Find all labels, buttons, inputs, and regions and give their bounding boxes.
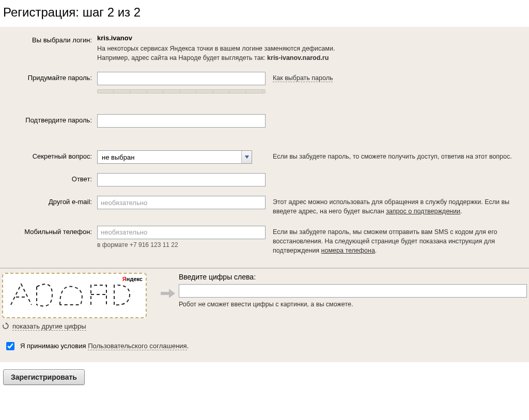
- agreement-text-suffix: .: [187, 342, 189, 350]
- captcha-instruction: Введите цифры слева:: [179, 273, 527, 281]
- secret-question-row: Секретный вопрос: не выбран Если вы забу…: [5, 150, 524, 164]
- captcha-brand-rest: ндекс: [127, 276, 143, 282]
- captcha-input[interactable]: [179, 284, 527, 298]
- login-row: Вы выбрали логин: kris.ivanov На некотор…: [5, 34, 524, 63]
- mobile-format-hint: в формате +7 916 123 11 22: [97, 241, 266, 248]
- registration-form: Вы выбрали логин: kris.ivanov На некотор…: [0, 27, 529, 269]
- register-button[interactable]: Зарегистрировать: [3, 369, 85, 385]
- mobile-help-link[interactable]: номера телефона: [321, 247, 375, 254]
- login-note: На некоторых сервисах Яндекса точки в ва…: [97, 44, 524, 63]
- password-confirm-label: Подтвердите пароль:: [5, 114, 97, 124]
- other-email-row: Другой e-mail: Этот адрес можно использо…: [5, 196, 524, 216]
- other-email-label: Другой e-mail:: [5, 196, 97, 206]
- answer-label: Ответ:: [5, 173, 97, 183]
- password-help-link[interactable]: Как выбрать пароль: [273, 74, 333, 82]
- login-note-line1: На некоторых сервисах Яндекса точки в ва…: [97, 45, 335, 52]
- agreement-text: Я принимаю условия Пользовательского сог…: [20, 342, 189, 350]
- password-row: Придумайте пароль: Как выбрать пароль: [5, 72, 524, 94]
- mobile-row: Мобильный телефон: в формате +7 916 123 …: [5, 226, 524, 255]
- other-email-help-suffix: .: [460, 208, 462, 215]
- captcha-brand-y: Я: [122, 276, 127, 282]
- password-input[interactable]: [97, 72, 266, 85]
- mobile-input[interactable]: [97, 226, 266, 239]
- chevron-down-icon: [241, 151, 252, 163]
- captcha-area: Яндекс показать другие цифры Введите циф…: [0, 269, 529, 331]
- login-label: Вы выбрали логин:: [5, 34, 97, 44]
- footer: Зарегистрировать: [0, 362, 529, 400]
- agreement-row: Я принимаю условия Пользовательского сог…: [0, 331, 529, 362]
- answer-row: Ответ:: [5, 173, 524, 186]
- agreement-link[interactable]: Пользовательского соглашения: [88, 342, 187, 350]
- login-note-example: kris-ivanov.narod.ru: [267, 54, 329, 61]
- secret-question-selected: не выбран: [102, 153, 134, 161]
- mobile-help: Если вы забудете пароль, мы сможем отпра…: [266, 226, 524, 255]
- login-note-line2-prefix: Например, адрес сайта на Народе будет вы…: [97, 54, 267, 61]
- mobile-help-text: Если вы забудете пароль, мы сможем отпра…: [273, 228, 497, 254]
- password-label: Придумайте пароль:: [5, 72, 97, 82]
- login-value: kris.ivanov: [97, 34, 132, 42]
- captcha-image: Яндекс: [2, 273, 147, 318]
- mobile-help-suffix: .: [375, 247, 377, 254]
- refresh-icon[interactable]: [2, 322, 9, 331]
- other-email-input[interactable]: [97, 196, 266, 209]
- agreement-checkbox[interactable]: [6, 342, 14, 350]
- answer-input[interactable]: [97, 173, 266, 186]
- secret-question-label: Секретный вопрос:: [5, 150, 97, 160]
- captcha-brand: Яндекс: [122, 276, 143, 282]
- secret-question-select[interactable]: не выбран: [97, 150, 252, 164]
- secret-question-help: Если вы забудете пароль, то сможете полу…: [266, 150, 524, 161]
- password-confirm-input[interactable]: [97, 114, 266, 128]
- other-email-help-link[interactable]: запрос о подтверждении: [386, 208, 460, 215]
- password-strength-meter: [97, 89, 266, 94]
- agreement-text-prefix: Я принимаю условия: [20, 342, 88, 350]
- mobile-label: Мобильный телефон:: [5, 226, 97, 236]
- captcha-hint: Робот не сможет ввести цифры с картинки,…: [179, 301, 527, 308]
- password-confirm-row: Подтвердите пароль:: [5, 114, 524, 128]
- arrow-right-icon: [157, 273, 179, 300]
- captcha-refresh-link[interactable]: показать другие цифры: [12, 322, 86, 331]
- other-email-help: Этот адрес можно использовать для обраще…: [266, 196, 524, 216]
- page-title: Регистрация: шаг 2 из 2: [0, 0, 529, 27]
